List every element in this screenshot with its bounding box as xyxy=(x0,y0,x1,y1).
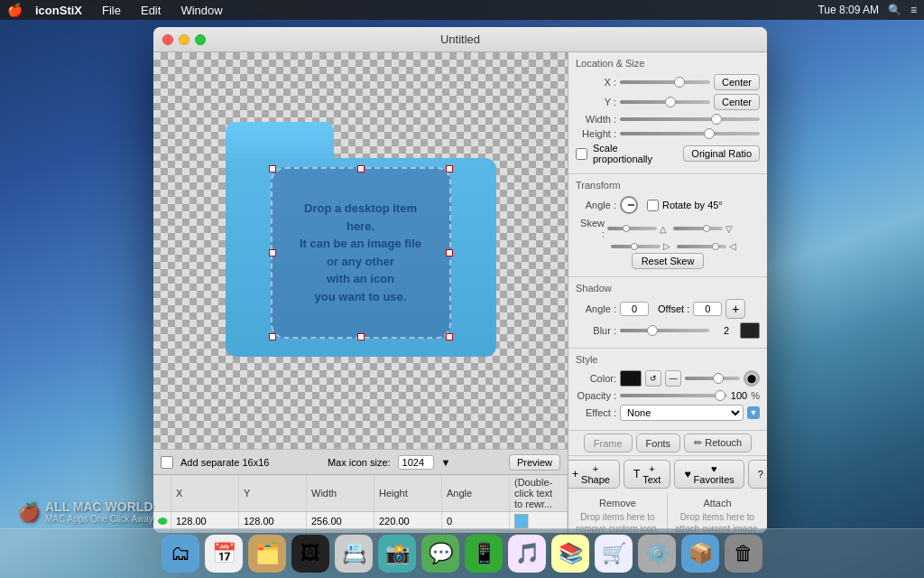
shadow-color-swatch[interactable] xyxy=(740,322,760,339)
dock-icon-facetime[interactable]: 📱 xyxy=(465,535,503,573)
skew-h3-icon: ▽ xyxy=(725,224,733,234)
opacity-value: 100 xyxy=(731,390,747,401)
remove-section[interactable]: Remove Drop items here to remove custom … xyxy=(568,492,668,533)
preview-button[interactable]: Preview xyxy=(509,454,560,471)
angle-circle[interactable] xyxy=(620,196,638,214)
height-slider[interactable] xyxy=(620,132,760,135)
drop-zone[interactable]: Drop a desktop item here. It can be an i… xyxy=(271,167,451,339)
x-slider[interactable] xyxy=(620,80,710,84)
skew-v2-slider[interactable] xyxy=(677,245,726,248)
canvas-viewport[interactable]: Drop a desktop item here. It can be an i… xyxy=(153,52,568,449)
dock-icon-iconstix[interactable]: 📦 xyxy=(681,535,719,573)
height-slider-thumb[interactable] xyxy=(704,128,715,139)
separate-label: Add separate 16x16 xyxy=(180,457,269,468)
handle-bl[interactable] xyxy=(269,333,276,340)
separate-checkbox[interactable] xyxy=(161,456,173,469)
y-center-button[interactable]: Center xyxy=(714,94,760,110)
width-slider[interactable] xyxy=(620,117,760,121)
x-slider-thumb[interactable] xyxy=(674,77,685,88)
shape-button[interactable]: + + Shape xyxy=(568,460,620,489)
dock-icon-address[interactable]: 📇 xyxy=(335,535,373,573)
skew-h-slider[interactable] xyxy=(607,227,657,230)
effect-select[interactable]: None xyxy=(620,405,744,421)
fonts-button[interactable]: Fonts xyxy=(636,434,681,452)
help-button[interactable]: ? xyxy=(748,460,767,489)
maximize-button[interactable] xyxy=(195,34,206,45)
dock-icon-settings[interactable]: ⚙️ xyxy=(638,535,676,573)
handle-tm[interactable] xyxy=(357,165,365,172)
height-label: Height : xyxy=(576,128,616,139)
shape-label: + Shape xyxy=(581,463,610,485)
opacity-slider[interactable] xyxy=(620,394,727,397)
dock-icon-ibooks[interactable]: 📚 xyxy=(551,535,589,573)
skew-v3-icon: ◁ xyxy=(729,241,736,251)
color-circle-icon[interactable]: ⬤ xyxy=(744,370,760,387)
transform-title: Transform xyxy=(576,180,760,191)
handle-tr[interactable] xyxy=(446,165,453,172)
x-row: X : Center xyxy=(576,74,760,90)
shadow-add-button[interactable]: + xyxy=(725,299,745,319)
retouch-button[interactable]: ✏ Retouch xyxy=(684,434,752,452)
menu-window[interactable]: Window xyxy=(177,4,226,17)
menu-app-name[interactable]: iconStiX xyxy=(32,4,86,17)
attach-section[interactable]: Attach Drop items here to attach current… xyxy=(668,492,767,533)
width-slider-thumb[interactable] xyxy=(711,114,722,125)
col-width: Width xyxy=(307,475,374,511)
color-opacity-slider[interactable] xyxy=(685,377,740,380)
reset-skew-button[interactable]: Reset Skew xyxy=(632,253,705,269)
skew-v-slider[interactable] xyxy=(611,245,661,248)
rotate-45-checkbox[interactable] xyxy=(647,200,659,211)
handle-tl[interactable] xyxy=(269,165,276,172)
menu-file[interactable]: File xyxy=(98,4,125,17)
table-area: X Y Width Height Angle (Double-click tex… xyxy=(153,474,568,533)
handle-ml[interactable] xyxy=(269,249,276,256)
blur-slider-thumb[interactable] xyxy=(647,325,658,336)
color-swatch[interactable] xyxy=(620,370,642,387)
handle-bm[interactable] xyxy=(357,333,365,340)
right-panel: Location & Size X : Center Y : Center xyxy=(568,52,767,533)
original-ratio-button[interactable]: Original Ratio xyxy=(683,145,760,162)
effect-arrow-icon[interactable]: ▼ xyxy=(747,406,760,419)
shadow-row: Angle : 0 Offset : 0 + xyxy=(576,299,760,319)
bottom-sections: Remove Drop items here to remove custom … xyxy=(568,492,767,533)
y-slider-thumb[interactable] xyxy=(665,97,676,107)
traffic-lights xyxy=(162,34,206,45)
row1-width: 256.00 xyxy=(307,512,374,530)
apple-menu-icon[interactable]: 🍎 xyxy=(7,3,23,17)
color-reset-icon[interactable]: ↺ xyxy=(645,370,661,387)
minimize-button[interactable] xyxy=(179,34,189,45)
search-icon[interactable]: 🔍 xyxy=(888,4,901,16)
menu-edit[interactable]: Edit xyxy=(137,4,164,17)
style-title: Style xyxy=(576,354,760,365)
dock-icon-itunes[interactable]: 🎵 xyxy=(508,535,546,573)
scale-proportionally-checkbox[interactable] xyxy=(576,148,587,160)
text-button[interactable]: T + Text xyxy=(624,460,671,489)
close-button[interactable] xyxy=(162,34,173,45)
shadow-offset-field[interactable]: 0 xyxy=(693,302,722,316)
dock-icon-photos[interactable]: 🖼 xyxy=(291,535,329,573)
dock-icon-appstore[interactable]: 🛒 xyxy=(595,535,633,573)
y-slider[interactable] xyxy=(620,100,710,104)
shadow-angle-field[interactable]: 0 xyxy=(620,302,649,316)
dock-icon-camera[interactable]: 📸 xyxy=(378,535,416,573)
blur-slider[interactable] xyxy=(620,329,709,332)
col-angle: Angle xyxy=(442,475,510,511)
color-line-icon[interactable]: — xyxy=(665,370,681,387)
effect-row: Effect : None ▼ xyxy=(576,405,760,421)
app-window: Untitled xyxy=(153,27,767,533)
more-menu-icon[interactable]: ≡ xyxy=(910,4,917,16)
skew-h2-slider[interactable] xyxy=(673,227,723,230)
handle-mr[interactable] xyxy=(446,249,453,256)
frame-button[interactable]: Frame xyxy=(584,434,633,452)
dock-icon-calendar[interactable]: 📅 xyxy=(205,535,243,573)
dock-icon-messages[interactable]: 💬 xyxy=(421,535,459,573)
handle-br[interactable] xyxy=(446,333,453,340)
chevron-icon[interactable]: ▼ xyxy=(441,457,451,468)
dock-icon-trash[interactable]: 🗑 xyxy=(725,535,762,573)
max-size-value[interactable]: 1024 xyxy=(398,455,434,470)
x-center-button[interactable]: Center xyxy=(714,74,760,90)
favorites-button[interactable]: ♥ ♥ Favorites xyxy=(674,460,744,489)
dock-icon-finder[interactable]: 🗂 xyxy=(162,535,199,573)
skew-label: Skew : xyxy=(576,218,605,239)
dock-icon-folder[interactable]: 🗂️ xyxy=(248,535,286,573)
